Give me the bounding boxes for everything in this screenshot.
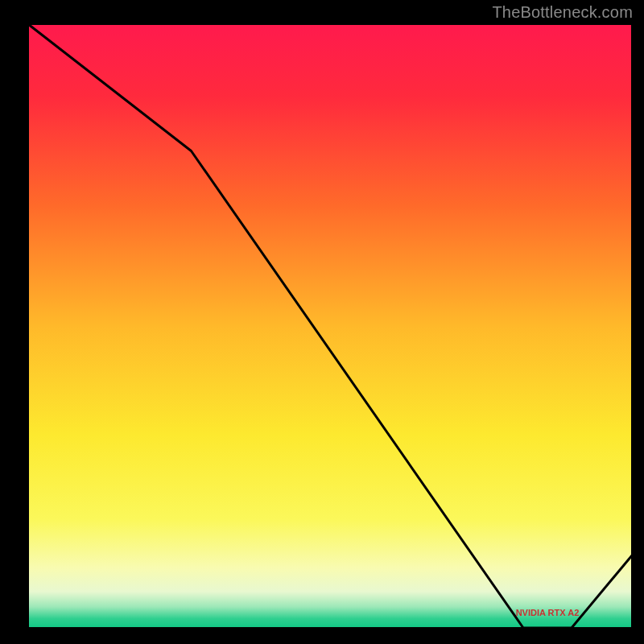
watermark-text: TheBottleneck.com: [492, 3, 633, 22]
chart-plot-area: [28, 24, 632, 628]
gpu-annotation: NVIDIA RTX A2: [516, 608, 580, 617]
bottleneck-chart: NVIDIA RTX A2: [0, 0, 644, 644]
chart-container: TheBottleneck.com NVIDIA RTX A2: [0, 0, 644, 644]
